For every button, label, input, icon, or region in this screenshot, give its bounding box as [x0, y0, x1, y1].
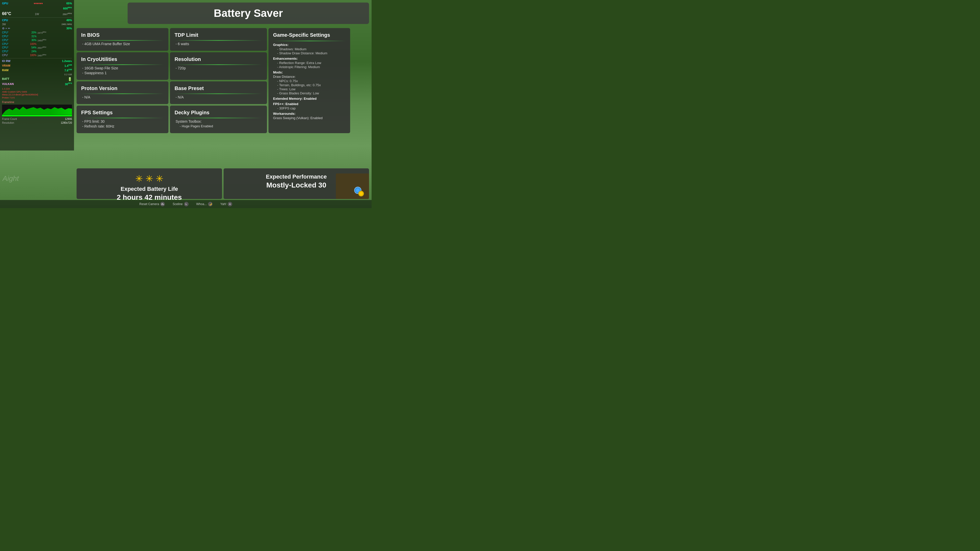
battery-life-panel: ✳ ✳ ✳ Expected Battery Life 2 hours 42 m… [76, 168, 222, 199]
in-bios-title: In BIOS [81, 32, 164, 38]
cpu-freq: 2461 MHz [62, 23, 72, 26]
button-bar: Reset Camera ZL Sceline L Whoa... 🌙 Yah!… [0, 200, 372, 208]
gs-terrain: - Terrain, Buildings, etc: 0.75x [273, 83, 345, 87]
vram-row: VRAM 1.4GiB [2, 64, 72, 68]
cpu-core-3: CPU° 30% [2, 38, 37, 42]
decky-title: Decky Plugins [175, 110, 262, 116]
fps-separator [81, 118, 164, 118]
cpu-core-7-mhz: 2497MHz [38, 54, 72, 57]
cpu-core-6-mhz [38, 50, 72, 54]
gpu-row: GPU ♥♥♥♥♥♥ 65% [2, 2, 72, 6]
in-bios-panel: In BIOS - 4GB UMA Frame Buffer Size [76, 28, 169, 51]
tdp-title: TDP Limit [175, 32, 262, 38]
resolution-separator [175, 64, 262, 65]
cpu-core-0-val: 30% [60, 27, 72, 30]
frametime-container: min: 27 [2, 105, 72, 116]
frametime-line [2, 115, 72, 116]
io-row: IO RW 1.2MiB/s [2, 59, 72, 63]
decky-subtitle: System Toolbox: [175, 119, 262, 124]
frametime-section: Frametime min: 27 [2, 100, 72, 117]
bottom-section: ✳ ✳ ✳ Expected Battery Life 2 hours 42 m… [76, 168, 369, 200]
vulkan-label: VULKAN [2, 82, 16, 86]
hud-divider-2 [2, 58, 72, 59]
batt-label: BATT [2, 77, 16, 81]
resolution-panel: Resolution - 720p [170, 52, 267, 80]
frametime-label: Frametime [2, 100, 72, 104]
resolution-stat-value: 1280x720 [61, 121, 72, 125]
cpu-usage: 49% [60, 18, 72, 22]
btn-sceline: Sceline L [172, 202, 188, 206]
cpu-voltage-row: 3W 2461 MHz [2, 23, 72, 27]
title-text: Battery Saver [214, 7, 283, 19]
gs-enhancements-header: Enhancements: [273, 57, 345, 60]
gpu-usage: 65% [60, 2, 72, 6]
cpu-label: CPU [2, 18, 16, 22]
cpu-icons-row: ⚙ + ✏ 30% [2, 27, 72, 30]
fps-item-0: - FPS limit: 30 [81, 119, 164, 124]
ram-label: RAM [2, 68, 16, 73]
watermark: Aight [3, 175, 19, 183]
gs-shadows: - Shadows: Medium [273, 47, 345, 51]
gs-graphics-header: Graphics: [273, 43, 345, 47]
cpu-core-4: CPU° 100% [2, 42, 37, 46]
frame-count-value: 12906 [65, 118, 72, 121]
tdp-separator [175, 40, 262, 41]
gpu-hearts: ♥♥♥♥♥♥ [34, 2, 43, 6]
gpu-mem-freq: 2507MHz [63, 12, 72, 16]
btn-reset-camera: Reset Camera ZL [139, 202, 165, 206]
battery-life-title: Expected Battery Life [82, 186, 217, 192]
gs-reflection: - Reflection Range: Extra Low [273, 61, 345, 65]
vram-val: 1.4GiB [60, 64, 72, 68]
cryo-panel: In CryoUtilities - 16GB Swap File Size -… [76, 52, 169, 80]
proton-panel: Proton Version - N/A [76, 81, 169, 104]
proton-item-0: - N/A [81, 95, 164, 99]
info-panels: In BIOS - 4GB UMA Frame Buffer Size TDP … [76, 28, 369, 133]
btn-yah-label: Yah! [220, 202, 226, 206]
bottom-stats: Frame Count 12906 Resolution 1280x720 [2, 118, 72, 125]
cpu-core-5-mhz: 2507MHz [38, 46, 72, 50]
tdp-item-0: - 6 watts [175, 42, 262, 46]
ui-overlay: GPU ♥♥♥♥♥♥ 65% 600MHz 66°C 1W 2507MHz CP… [0, 0, 372, 208]
base-preset-panel: Base Preset - N/A [170, 81, 267, 104]
vram-label: VRAM [2, 64, 16, 68]
btn-whoa-key: 🌙 [208, 202, 213, 206]
btn-yah: Yah! A [220, 202, 232, 206]
ram-extra: 0.2 GiB [64, 73, 72, 76]
cpu-icons: ⚙ + ✏ [2, 27, 10, 30]
resolution-stat-row: Resolution 1280x720 [2, 121, 72, 125]
sun-icon-3: ✳ [156, 173, 163, 184]
io-label: IO RW [2, 59, 16, 63]
btn-sceline-label: Sceline [172, 202, 183, 206]
gs-grass-swaying: Grass Swaying (Vulkan): Enabled [273, 116, 345, 120]
batt-row: BATT 🔋 [2, 76, 72, 82]
gs-fpspp: FPS++: Enabled [273, 102, 345, 106]
ram-val: 7.6GiB [60, 68, 72, 73]
game-settings-panel: Game-Specific Settings Graphics: - Shado… [269, 28, 350, 133]
base-preset-title: Base Preset [175, 86, 262, 91]
cpu-core-5: CPU° 54% [2, 46, 37, 50]
decky-separator [175, 118, 262, 118]
minimap-icon-2 [358, 191, 364, 197]
vulkan-fps: 30FPS [60, 82, 72, 86]
frame-count-label: Frame Count [2, 118, 17, 121]
gs-fps-cap: - 30FPS cap [273, 106, 345, 110]
io-read: 1.2MiB/s [60, 59, 72, 63]
sun-icons-battery: ✳ ✳ ✳ [82, 173, 217, 184]
title-panel: Battery Saver [127, 3, 369, 24]
base-preset-separator [175, 94, 262, 94]
frametime-bar [2, 105, 72, 115]
cryo-separator [81, 64, 164, 65]
gpu-voltage: 1W [35, 12, 39, 16]
proton-title: Proton Version [81, 86, 164, 91]
gs-trees: - Trees: Low [273, 87, 345, 91]
frametime-graph [2, 105, 72, 115]
btn-whoa-label: Whoa... [196, 202, 207, 206]
gs-shadow-dist: - Shadow Draw Distance: Medium [273, 51, 345, 55]
cpu-core-3-mhz: 2493MHz [38, 38, 72, 42]
sun-icon-2: ✳ [145, 173, 153, 184]
gs-draw-dist-header: Draw Distance: [273, 75, 345, 79]
cryo-title: In CryoUtilities [81, 56, 164, 62]
btn-reset-camera-key: ZL [160, 202, 165, 206]
batt-icon: 🔋 [68, 76, 72, 82]
fps-panel: FPS Settings - FPS limit: 30 - Refresh r… [76, 106, 169, 133]
